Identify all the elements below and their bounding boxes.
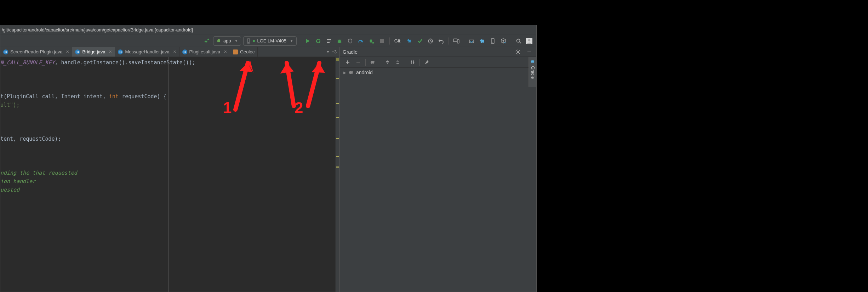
expand-all-button[interactable] [382, 58, 392, 67]
right-tool-tab-gradle[interactable]: Gradle [529, 57, 536, 87]
device-dropdown[interactable]: LGE LM-V405 ▼ [243, 36, 296, 46]
editor-body: N_CALL_BUNDLE_KEY, handle.getInstance().… [0, 57, 339, 292]
chevron-down-icon: ▼ [290, 39, 293, 43]
search-button[interactable] [514, 37, 523, 45]
sync-gradle-button[interactable] [478, 37, 486, 45]
svg-rect-6 [327, 39, 331, 40]
svg-rect-21 [457, 40, 459, 43]
tabs-overflow[interactable]: ▼ ≡3 [323, 47, 339, 57]
settings-icon[interactable] [514, 48, 522, 56]
close-icon[interactable]: ✕ [173, 49, 176, 54]
ide-window: /git/capacitor/android/capacitor/src/mai… [0, 25, 537, 292]
toggle-offline-button[interactable] [407, 58, 417, 67]
svg-point-28 [528, 39, 531, 41]
vcs-update-button[interactable] [405, 37, 413, 45]
phone-icon [246, 39, 251, 43]
main-area: C ScreenReaderPlugin.java ✕ C Bridge.jav… [0, 47, 536, 292]
editor-column: C ScreenReaderPlugin.java ✕ C Bridge.jav… [0, 47, 339, 292]
apply-changes-button[interactable]: A [314, 37, 322, 45]
resource-manager-button[interactable] [499, 37, 508, 45]
gradle-elephant-icon [530, 59, 535, 64]
svg-line-13 [340, 40, 341, 40]
expand-arrow-icon[interactable]: ▶ [343, 71, 346, 75]
gradle-panel: Gradle [339, 47, 536, 292]
add-button[interactable] [343, 58, 353, 67]
sdk-manager-button[interactable] [467, 37, 476, 45]
run-button[interactable] [303, 37, 312, 45]
svg-rect-30 [527, 52, 531, 52]
wrench-icon[interactable] [422, 58, 432, 67]
remove-button[interactable] [353, 58, 363, 67]
main-toolbar: app ▼ LGE LM-V405 ▼ A [0, 35, 536, 47]
svg-point-17 [370, 39, 372, 42]
debug-button[interactable] [335, 37, 344, 45]
svg-point-24 [492, 42, 493, 43]
minimize-icon[interactable] [525, 48, 533, 56]
panel-title: Gradle [343, 49, 511, 55]
tab-label: Bridge.java [82, 49, 105, 54]
svg-point-1 [219, 40, 219, 40]
svg-text:A: A [319, 41, 320, 43]
device-file-explorer-button[interactable] [489, 37, 497, 45]
svg-line-26 [520, 42, 521, 43]
class-icon: C [3, 49, 8, 54]
svg-rect-18 [380, 39, 384, 43]
svg-rect-8 [327, 42, 330, 43]
class-icon: C [118, 49, 123, 54]
vcs-history-button[interactable] [426, 37, 435, 45]
hidden-tabs-count: ≡3 [332, 49, 337, 54]
gradle-icon[interactable] [368, 58, 378, 67]
vcs-rollback-button[interactable] [437, 37, 445, 45]
run-configuration-dropdown[interactable]: app ▼ [213, 36, 241, 46]
svg-line-16 [361, 41, 362, 42]
avd-manager-button[interactable] [452, 37, 461, 45]
chevron-down-icon: ▼ [326, 50, 330, 54]
title-bar: /git/capacitor/android/capacitor/src/mai… [0, 25, 536, 35]
build-hammer-icon[interactable] [202, 37, 211, 45]
editor-tab[interactable]: Geoloc [230, 47, 258, 57]
svg-rect-7 [327, 41, 331, 41]
file-icon [233, 49, 238, 54]
vcs-commit-button[interactable] [416, 37, 424, 45]
marker-bar[interactable] [335, 57, 339, 292]
tab-label: MessageHandler.java [125, 49, 169, 54]
svg-point-3 [249, 42, 249, 42]
collapse-all-button[interactable] [393, 58, 403, 67]
window-title: /git/capacitor/android/capacitor/src/mai… [2, 27, 193, 33]
code-editor[interactable]: N_CALL_BUNDLE_KEY, handle.getInstance().… [0, 57, 335, 292]
panel-toolbar [340, 57, 536, 68]
editor-tab[interactable]: C Plugi esult.java ✕ [179, 47, 230, 57]
editor-tab[interactable]: C ScreenReaderPlugin.java ✕ [0, 47, 72, 57]
attach-debugger-button[interactable] [367, 37, 376, 45]
right-margin-guide [168, 57, 169, 292]
svg-point-0 [218, 40, 218, 40]
profiler-button[interactable] [356, 37, 365, 45]
close-icon[interactable]: ✕ [66, 49, 69, 54]
status-dot-icon [253, 40, 255, 42]
svg-rect-20 [453, 39, 457, 42]
user-avatar[interactable] [525, 37, 533, 45]
run-config-label: app [223, 38, 231, 43]
chevron-down-icon: ▼ [235, 39, 238, 43]
editor-tab[interactable]: C MessageHandler.java ✕ [115, 47, 179, 57]
editor-tabs: C ScreenReaderPlugin.java ✕ C Bridge.jav… [0, 47, 339, 57]
close-icon[interactable]: ✕ [224, 49, 227, 54]
gradle-elephant-icon [348, 70, 354, 75]
svg-line-12 [338, 40, 339, 40]
apply-code-changes-button[interactable] [325, 37, 333, 45]
tree-row[interactable]: ▶ android [343, 70, 533, 75]
stop-button[interactable] [378, 37, 386, 45]
svg-point-25 [517, 39, 520, 42]
tab-label: Geoloc [240, 49, 255, 54]
close-icon[interactable]: ✕ [109, 49, 112, 54]
class-icon: C [75, 49, 80, 54]
class-icon: C [182, 49, 187, 54]
gradle-tree[interactable]: ▶ android [340, 68, 536, 292]
tab-label: ScreenReaderPlugin.java [10, 49, 62, 54]
svg-point-29 [517, 51, 519, 52]
svg-point-4 [253, 40, 255, 42]
coverage-button[interactable] [346, 37, 354, 45]
device-label: LGE LM-V405 [257, 38, 286, 43]
android-icon [216, 39, 221, 43]
editor-tab[interactable]: C Bridge.java ✕ [72, 47, 115, 57]
